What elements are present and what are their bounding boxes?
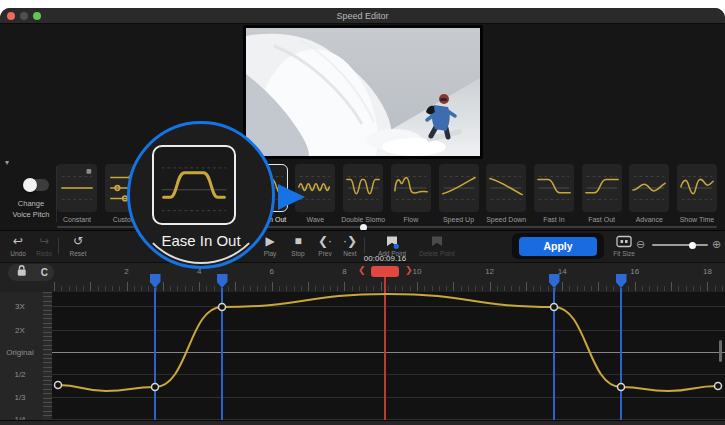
toggle-knob (23, 178, 37, 192)
toolbar-separator (364, 238, 365, 254)
callout-label: Ease In Out (130, 232, 272, 249)
preset-fast-in[interactable]: Fast In (534, 164, 574, 226)
preset-thumbnail (534, 164, 574, 212)
preset-label: Show Time (680, 216, 715, 223)
speed-curve-graph: 3X2XOriginal1/21/31/4 (0, 292, 725, 420)
voice-pitch-toggle[interactable] (23, 179, 49, 191)
reset-icon: ↺ (64, 234, 92, 249)
stop-icon: ■ (284, 234, 312, 249)
titlebar: Speed Editor (0, 8, 725, 24)
speed-curve-path (58, 294, 718, 391)
preset-speed-down[interactable]: Speed Down (486, 164, 526, 226)
zoom-slider-knob[interactable] (689, 242, 696, 249)
speed-curve[interactable] (52, 292, 725, 420)
timecode-display: 00:00:09.16 (340, 254, 430, 263)
redo-icon: ↪ (30, 234, 58, 249)
graph-vertical-scrollbar[interactable] (719, 340, 722, 362)
delete-point-icon (414, 234, 460, 249)
prev-button[interactable]: ❮· Prev (311, 234, 339, 257)
preset-thumbnail (343, 164, 383, 212)
callout-magnifier: Ease In Out (127, 121, 275, 269)
preset-label: Fast Out (588, 216, 615, 223)
add-point-icon (372, 234, 412, 249)
speed-axis-ticks (43, 292, 52, 420)
preset-thumbnail (677, 164, 717, 212)
lock-icon[interactable] (14, 263, 29, 282)
preset-label: Flow (403, 216, 418, 223)
redo-button[interactable]: ↪ Redo (30, 234, 58, 257)
ruler-number: 12 (482, 267, 498, 276)
prev-icon: ❮· (311, 234, 339, 249)
preset-show-time[interactable]: Show Time (677, 164, 717, 226)
curve-control-point[interactable] (55, 382, 62, 389)
speed-axis-label: 3X (0, 302, 40, 311)
playhead-handle[interactable] (371, 266, 399, 277)
curve-control-point[interactable] (618, 384, 625, 391)
next-icon: ·❯ (336, 234, 364, 249)
preset-thumbnail (486, 164, 526, 212)
graph-horizontal-scrollbar[interactable] (0, 420, 725, 425)
preset-thumbnail (391, 164, 431, 212)
preset-double-slomo[interactable]: Double Slomo (343, 164, 383, 226)
graph-zoom-slider[interactable] (652, 244, 708, 246)
speed-axis: 3X2XOriginal1/21/31/4 (0, 292, 43, 420)
voice-pitch-label: Change Voice Pitch (0, 198, 62, 220)
video-preview (243, 25, 483, 159)
preset-thumbnail (295, 164, 335, 212)
speed-axis-label: 1/3 (0, 393, 40, 402)
preset-speed-up[interactable]: Speed Up (439, 164, 479, 226)
ruler-number: 18 (699, 267, 715, 276)
ruler-number: 16 (627, 267, 643, 276)
preset-label: Constant (63, 216, 91, 223)
apply-button-container: Apply (512, 233, 604, 259)
snowboarder-video-frame (246, 28, 480, 156)
playhead-right-arrow-icon[interactable]: ❯ (405, 265, 413, 275)
curve-control-point[interactable] (219, 304, 226, 311)
curve-control-point[interactable] (152, 384, 159, 391)
preset-constant[interactable]: Constant (57, 164, 97, 226)
speed-editor-window: Speed Editor (0, 8, 725, 425)
preset-label: Fast In (543, 216, 564, 223)
stop-button[interactable]: ■ Stop (284, 234, 312, 257)
undo-icon: ↩ (4, 234, 32, 249)
callout-preset-card (152, 145, 236, 225)
preset-label: Speed Up (443, 216, 474, 223)
speed-axis-label: 2X (0, 326, 40, 335)
speed-axis-label: 1/2 (0, 370, 40, 379)
preset-label: Speed Down (486, 216, 526, 223)
preset-label: Double Slomo (341, 216, 385, 223)
curve-control-point[interactable] (715, 383, 722, 390)
zoom-in-icon[interactable]: ⊕ (712, 238, 721, 251)
curve-control-point[interactable] (551, 304, 558, 311)
collapse-panel-icon[interactable]: ▾ (5, 158, 9, 167)
preset-wave[interactable]: Wave (295, 164, 335, 226)
playhead-left-arrow-icon[interactable]: ❮ (358, 265, 366, 275)
reset-button[interactable]: ↺ Reset (64, 234, 92, 257)
apply-button[interactable]: Apply (519, 237, 597, 256)
ruler-number: 2 (119, 267, 135, 276)
preset-thumbnail (439, 164, 479, 212)
ruler-number: 8 (336, 267, 352, 276)
toolbar-separator (58, 238, 59, 254)
preset-label: Advance (636, 216, 663, 223)
preset-thumbnail (629, 164, 669, 212)
loop-playback-button[interactable]: C (41, 267, 48, 278)
ruler-number: 6 (264, 267, 280, 276)
undo-button[interactable]: ↩ Undo (4, 234, 32, 257)
window-title: Speed Editor (0, 11, 725, 21)
timeline-tools: C (8, 264, 54, 281)
preset-label: Wave (307, 216, 325, 223)
speed-axis-label: Original (0, 348, 40, 357)
preset-advance[interactable]: Advance (629, 164, 669, 226)
zoom-out-icon[interactable]: ⊖ (636, 238, 645, 251)
preset-flow[interactable]: Flow (391, 164, 431, 226)
preset-thumbnail (582, 164, 622, 212)
preset-fast-out[interactable]: Fast Out (582, 164, 622, 226)
preset-thumbnail (57, 164, 97, 212)
